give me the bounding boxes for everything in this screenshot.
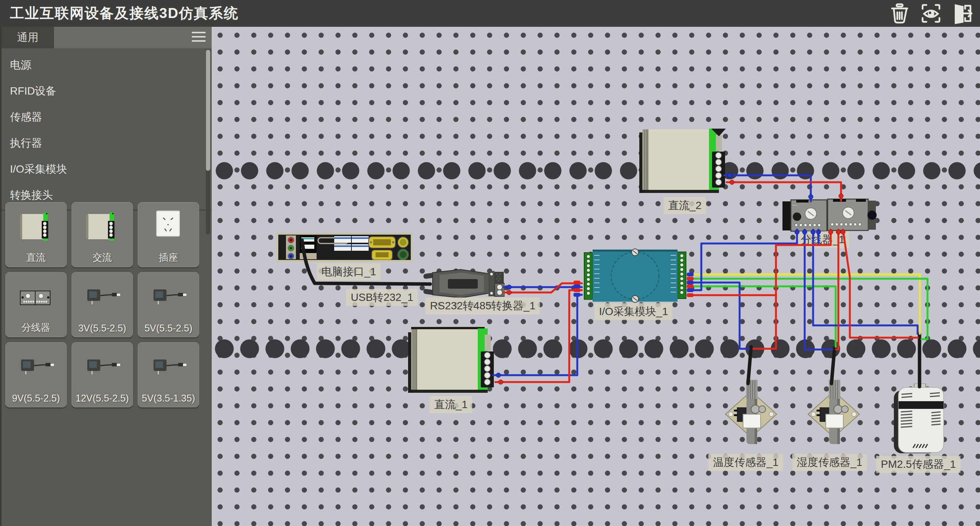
title-bar: 工业互联网设备及接线3D仿真系统 — [0, 0, 980, 27]
component-card[interactable]: 交流 — [72, 202, 133, 267]
component-label: 交流 — [72, 251, 132, 264]
power-module-thumb-icon — [15, 207, 57, 249]
component-label: 直流 — [6, 251, 66, 264]
component-sidebar: 通用 电源 RFID设备 传感器 执行器 I/O采集模块 转换接头 直流 交流 — [0, 27, 212, 526]
device-io-module[interactable] — [580, 247, 691, 305]
adapter-thumb-icon — [81, 277, 123, 319]
scrollbar-thumb[interactable] — [206, 50, 210, 171]
power-module-thumb-icon — [81, 207, 123, 249]
sidebar-category-label: 执行器 — [10, 137, 42, 149]
device-label: 直流_2 — [663, 197, 706, 214]
device-label: 温度传感器_1 — [708, 454, 783, 471]
probe-sensor-graphic — [722, 371, 780, 452]
component-label: 9V(5.5-2.5) — [6, 393, 66, 404]
component-label: 5V(3.5-1.35) — [138, 393, 199, 404]
component-thumb — [138, 206, 199, 251]
component-card[interactable]: 分线器 — [5, 272, 67, 337]
component-card[interactable]: 直流 — [5, 202, 67, 267]
exit-icon[interactable] — [952, 3, 973, 24]
component-label: 12V(5.5-2.5) — [72, 393, 132, 404]
adapter-thumb-icon — [147, 347, 189, 389]
device-label: 湿度传感器_1 — [792, 454, 867, 471]
component-thumb — [72, 276, 132, 321]
sidebar-category-label: 电源 — [10, 59, 31, 71]
device-pm25-sensor[interactable] — [893, 384, 951, 458]
component-thumb — [6, 206, 66, 251]
adapter-thumb-icon — [81, 347, 123, 389]
page-title: 工业互联网设备及接线3D仿真系统 — [10, 4, 238, 23]
adapter-thumb-icon — [147, 277, 189, 319]
component-thumb — [138, 346, 199, 391]
component-thumb — [6, 346, 66, 391]
device-label: I/O采集模块_1 — [595, 303, 673, 320]
device-temperature-sensor[interactable] — [722, 371, 780, 453]
component-card[interactable]: 9V(5.5-2.5) — [5, 342, 67, 407]
component-label: 3V(5.5-2.5) — [72, 323, 132, 334]
device-label: RS232转485转换器_1 — [425, 297, 540, 314]
hamburger-icon[interactable] — [192, 32, 206, 43]
sidebar-category-label: 转换接头 — [10, 189, 53, 201]
component-card[interactable]: 3V(5.5-2.5) — [72, 272, 133, 337]
component-thumb — [72, 346, 132, 391]
device-pc-interface[interactable] — [276, 233, 413, 262]
tab-general[interactable]: 通用 — [2, 27, 54, 48]
component-card[interactable]: 5V(5.5-2.5) — [138, 272, 199, 337]
component-grid: 直流 交流 插座 分线器 3V — [5, 202, 209, 407]
socket-thumb-icon — [147, 207, 189, 249]
sidebar-category[interactable]: 传感器 — [2, 104, 212, 130]
component-card[interactable]: 插座 — [138, 202, 199, 267]
device-dc-power-2[interactable] — [636, 126, 728, 197]
device-humidity-sensor[interactable] — [805, 371, 862, 453]
view-focus-icon[interactable] — [920, 3, 942, 24]
component-label: 分线器 — [6, 321, 66, 334]
component-card[interactable]: 5V(3.5-1.35) — [138, 342, 199, 407]
component-thumb — [72, 206, 132, 251]
component-thumb — [138, 276, 199, 321]
splitter-thumb-icon — [15, 277, 57, 319]
sidebar-category[interactable]: 执行器 — [2, 130, 212, 156]
device-label: 分线器_1 — [796, 231, 849, 248]
toolbar-icons — [889, 3, 973, 24]
probe-sensor-graphic — [805, 371, 862, 452]
device-splitter[interactable] — [781, 197, 879, 235]
device-dc-power-1[interactable] — [405, 326, 497, 397]
component-thumb — [6, 276, 66, 321]
sidebar-category[interactable]: RFID设备 — [2, 78, 212, 104]
component-label: 5V(5.5-2.5) — [138, 323, 199, 334]
sidebar-category-label: RFID设备 — [10, 85, 56, 97]
device-label: 电脑接口_1 — [317, 263, 381, 280]
sidebar-tab-bar: 通用 — [2, 27, 212, 48]
sidebar-category-label: 传感器 — [10, 111, 42, 123]
component-card[interactable]: 12V(5.5-2.5) — [72, 342, 133, 407]
sidebar-category-label: I/O采集模块 — [10, 163, 67, 175]
category-list: 电源 RFID设备 传感器 执行器 I/O采集模块 转换接头 — [2, 48, 212, 208]
sidebar-category[interactable]: I/O采集模块 — [2, 156, 212, 182]
device-label: 直流_1 — [430, 396, 472, 413]
trash-icon[interactable] — [889, 3, 910, 24]
device-rs232-485-converter[interactable] — [423, 269, 505, 299]
component-label: 插座 — [138, 251, 199, 264]
device-label: USB转232_1 — [346, 289, 418, 306]
adapter-thumb-icon — [15, 347, 57, 389]
sidebar-category[interactable]: 电源 — [2, 52, 212, 78]
device-label: PM2.5传感器_1 — [876, 456, 960, 473]
